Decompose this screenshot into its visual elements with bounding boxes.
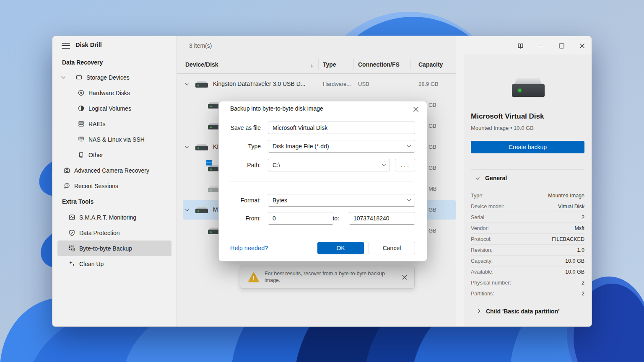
inspector-device-name: Microsoft Virtual Disk [471,112,544,121]
sidebar-item-logical-volumes[interactable]: Logical Volumes [57,101,171,116]
sidebar: Data Recovery Storage Devices Hardware D… [52,55,177,326]
save-as-input[interactable] [268,122,415,134]
device-name: Kingston DataTraveler 3.0 USB D... [213,80,305,87]
detail-value: 2 [582,280,584,286]
sort-arrow-icon[interactable]: ↓ [310,55,314,74]
detail-value: Mounted Image [548,193,584,199]
detail-label: Physical number: [471,280,511,286]
column-header-capacity[interactable]: Capacity [418,55,443,74]
sidebar-item-hardware-disks[interactable]: Hardware Disks [57,85,171,101]
chevron-down-icon[interactable] [185,81,190,85]
sidebar-item-storage-devices[interactable]: Storage Devices [57,70,171,85]
dialog-divider [230,181,414,181]
minimize-button[interactable] [532,39,550,53]
path-label: Path: [219,159,261,171]
type-label: Type [219,140,261,153]
sidebar-item-byte-to-byte-backup[interactable]: Byte-to-byte Backup [57,240,171,256]
toast-close-button[interactable] [398,271,411,284]
detail-row: Serial2 [471,212,584,223]
detail-label: Vendor: [471,225,489,231]
browse-button[interactable]: . . . [395,159,415,171]
sidebar-item-clean-up[interactable]: Clean Up [57,256,171,272]
sidebar-item-smart-monitoring[interactable]: S.M.A.R.T. Monitoring [57,209,171,225]
inspector-device-subtitle: Mounted Image • 10.0 GB [471,125,534,131]
sidebar-item-label: Storage Devices [86,74,130,81]
type-dropdown[interactable]: Disk Image File (*.dd) [268,140,415,153]
child-partition-section-header[interactable]: Child 'Basic data partition' [471,303,584,319]
sidebar-item-label: Logical Volumes [88,105,131,112]
dialog-close-button[interactable] [409,103,423,116]
detail-row: Type:Mounted Image [471,190,584,201]
detail-value: Virtual Disk [558,204,584,209]
ok-button[interactable]: OK [317,242,364,254]
sidebar-item-label: RAIDs [88,121,105,127]
sidebar-item-other[interactable]: Other [57,147,171,163]
sidebar-item-label: Recent Sessions [74,183,118,189]
format-dropdown[interactable]: Bytes [268,194,415,207]
sidebar-item-nas-linux-ssh[interactable]: NAS & Linux via SSH [57,132,171,147]
detail-row: Partitions:2 [471,288,584,299]
detail-value: Msft [574,225,584,231]
detail-row: Capacity:10.0 GB [471,256,584,266]
divider [471,169,584,170]
chevron-down-icon[interactable] [185,144,190,148]
detail-label: Revision: [471,247,492,253]
toast-message: For best results, recover from a byte-to… [265,270,395,284]
camera-icon [63,167,70,174]
sidebar-item-advanced-camera-recovery[interactable]: Advanced Camera Recovery [57,163,171,178]
detail-value: 2 [582,215,584,220]
detail-value: 2 [582,291,584,297]
desktop: Disk Drill Data Recovery Storage Devices [0,0,644,362]
table-row-kingston-device[interactable]: Kingston DataTraveler 3.0 USB D... Hardw… [177,74,456,95]
backup-dialog: Backup into byte-to-byte disk image Save… [218,101,427,261]
sparkles-icon [68,260,75,267]
general-section-header[interactable]: General [471,172,584,184]
save-as-label: Save as file [219,122,261,134]
cancel-button[interactable]: Cancel [369,242,415,254]
device-capacity: 28.9 GB [418,81,439,87]
detail-label: Capacity: [471,258,493,264]
general-section-title: General [485,175,507,181]
chevron-down-icon[interactable] [185,207,190,211]
help-link[interactable]: Help needed? [230,245,268,251]
format-label: Format: [219,194,261,207]
device-type: Hardware... [323,81,351,87]
sidebar-item-raids[interactable]: RAIDs [57,116,171,132]
column-header-type[interactable]: Type [323,55,336,74]
logical-volume-icon [78,105,85,112]
device-capacity: GB [428,144,436,150]
knowledge-base-button[interactable] [512,39,529,53]
chevron-down-icon [476,176,480,180]
sidebar-section-extra-tools: Extra Tools [52,194,177,209]
disk-icon [195,81,208,88]
window-close-button[interactable] [573,39,591,53]
path-dropdown[interactable]: C:\ [268,159,390,171]
detail-label: Type: [471,193,484,199]
device-capacity: GB [428,207,436,213]
column-separator [353,59,354,70]
chevron-down-icon[interactable] [61,75,65,79]
create-backup-button[interactable]: Create backup [471,141,584,153]
dialog-title: Backup into byte-to-byte disk image [230,105,323,112]
pane-divider [456,36,464,326]
detail-label: Serial [471,215,484,220]
device-name: KI [213,143,218,150]
sidebar-item-label: Clean Up [79,261,104,267]
device-capacity: GB [428,123,436,129]
knowledge-base-icon [517,42,524,49]
sidebar-item-recent-sessions[interactable]: Recent Sessions [57,178,171,194]
storage-drive-icon [75,74,83,81]
column-header-device-disk[interactable]: Device/Disk [185,55,218,74]
to-input[interactable] [349,212,415,225]
column-header-connection-fs[interactable]: Connection/FS [358,55,400,74]
hamburger-menu-icon[interactable] [62,42,70,49]
maximize-button[interactable] [553,39,570,53]
sidebar-item-data-protection[interactable]: Data Protection [57,225,171,240]
other-device-icon [78,151,85,158]
sidebar-item-label: Advanced Camera Recovery [74,167,149,174]
shield-icon [68,229,75,236]
disk-icon [195,144,208,150]
sessions-icon [63,182,70,189]
sidebar-item-label: S.M.A.R.T. Monitoring [79,214,136,221]
chevron-right-icon [476,309,480,313]
